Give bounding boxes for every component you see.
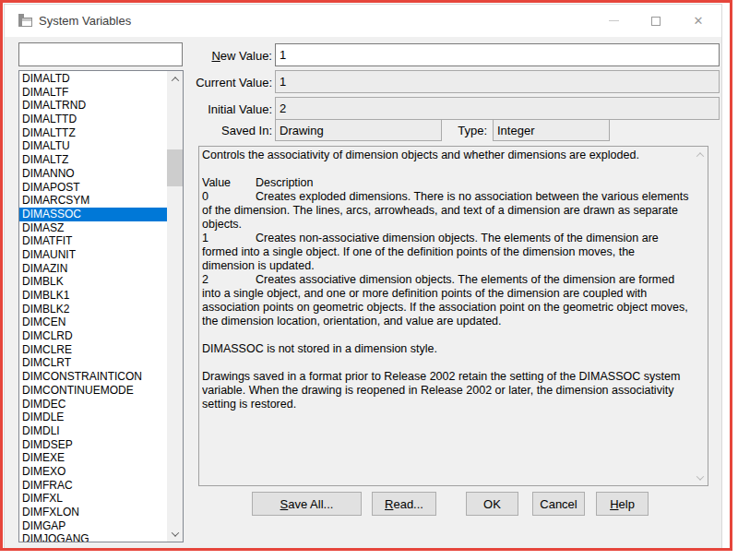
list-item[interactable]: DIMATFIT <box>19 234 167 248</box>
list-item[interactable]: DIMDSEP <box>19 438 167 452</box>
titlebar[interactable]: System Variables ✕ <box>5 5 721 37</box>
list-item[interactable]: DIMCEN <box>19 316 167 329</box>
list-scrollbar-thumb[interactable] <box>167 149 183 186</box>
list-item[interactable]: DIMBLK <box>19 275 167 289</box>
current-value-field <box>275 70 720 93</box>
initial-value-field <box>275 97 720 120</box>
list-item[interactable]: DIMAUNIT <box>19 248 167 262</box>
list-item[interactable]: DIMALTRND <box>19 99 167 113</box>
list-scrollbar[interactable] <box>167 71 183 542</box>
list-item[interactable]: DIMAZIN <box>19 262 167 276</box>
desc-scroll-up-button[interactable] <box>692 147 708 162</box>
desc-scroll-down-button[interactable] <box>692 470 708 485</box>
minimize-icon <box>609 20 619 21</box>
chevron-down-icon <box>171 529 178 536</box>
description-text: Controls the associativity of dimension … <box>202 149 690 483</box>
close-icon: ✕ <box>694 15 704 27</box>
minimize-button[interactable] <box>592 5 635 37</box>
variable-list: DIMALTDDIMALTFDIMALTRNDDIMALTTDDIMALTTZD… <box>19 72 167 542</box>
variable-listbox: DIMALTDDIMALTFDIMALTRNDDIMALTTDDIMALTTZD… <box>18 70 184 542</box>
list-item[interactable]: DIMBLK1 <box>19 289 167 303</box>
description-box[interactable]: Controls the associativity of dimension … <box>198 146 708 486</box>
list-item[interactable]: DIMCLRE <box>19 343 167 357</box>
variable-filter-input[interactable] <box>18 42 183 66</box>
list-item[interactable]: DIMCLRT <box>19 356 167 370</box>
list-item[interactable]: DIMFRAC <box>19 479 167 493</box>
window-title: System Variables <box>39 14 131 28</box>
list-item[interactable]: DIMDLI <box>19 424 167 438</box>
list-item[interactable]: DIMAPOST <box>19 181 167 195</box>
maximize-button[interactable] <box>635 5 677 37</box>
list-item[interactable]: DIMALTU <box>19 139 167 153</box>
list-item[interactable]: DIMBLK2 <box>19 303 167 316</box>
list-item[interactable]: DIMALTTD <box>19 113 167 126</box>
system-variables-dialog: System Variables ✕ DIMALTDDIMALTFDIMALTR… <box>0 0 738 560</box>
type-field <box>493 119 610 141</box>
chevron-up-icon <box>171 77 178 84</box>
cancel-button[interactable]: Cancel <box>532 492 585 516</box>
list-item[interactable]: DIMGAP <box>19 519 167 533</box>
list-item[interactable]: DIMCLRD <box>19 329 167 343</box>
close-button[interactable]: ✕ <box>677 5 720 37</box>
list-item[interactable]: DIMDEC <box>19 398 167 411</box>
type-label: Type: <box>397 124 487 137</box>
window-controls: ✕ <box>592 5 720 37</box>
new-value-label: New Value: <box>180 49 272 63</box>
list-item[interactable]: DIMALTF <box>19 86 167 100</box>
list-item[interactable]: DIMEXE <box>19 451 167 465</box>
new-value-input[interactable] <box>275 43 720 66</box>
current-value-label: Current Value: <box>180 76 272 89</box>
scroll-down-button[interactable] <box>167 526 183 542</box>
list-item[interactable]: DIMALTD <box>19 72 167 86</box>
list-item[interactable]: DIMFXLON <box>19 506 167 519</box>
initial-value-label: Initial Value: <box>180 102 272 116</box>
chevron-down-icon <box>696 472 703 480</box>
ok-button[interactable]: OK <box>466 492 518 516</box>
list-item[interactable]: DIMCONSTRAINTICON <box>19 370 167 384</box>
app-window-icon <box>18 13 33 29</box>
list-item[interactable]: DIMALTTZ <box>19 126 167 140</box>
description-scrollbar[interactable] <box>692 147 708 485</box>
list-item[interactable]: DIMASSOC <box>19 208 167 221</box>
list-item[interactable]: DIMFXL <box>19 492 167 506</box>
list-item[interactable]: DIMJOGANG <box>19 532 167 542</box>
list-item[interactable]: DIMASZ <box>19 221 167 235</box>
saved-in-label: Saved In: <box>180 124 272 137</box>
read-button[interactable]: Read... <box>372 492 436 516</box>
help-button[interactable]: Help <box>596 492 649 516</box>
list-item[interactable]: DIMEXO <box>19 465 167 479</box>
list-item[interactable]: DIMALTZ <box>19 153 167 167</box>
list-item[interactable]: DIMDLE <box>19 411 167 424</box>
list-item[interactable]: DIMARCSYM <box>19 194 167 208</box>
list-item[interactable]: DIMANNO <box>19 167 167 181</box>
save-all-button[interactable]: Save All... <box>252 492 362 516</box>
maximize-icon <box>651 17 661 26</box>
list-item[interactable]: DIMCONTINUEMODE <box>19 384 167 398</box>
chevron-up-icon <box>696 152 703 160</box>
